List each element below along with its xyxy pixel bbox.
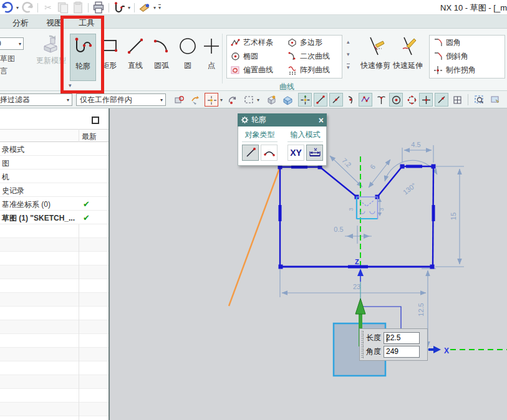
navigator-row[interactable]: 史记录 bbox=[0, 183, 109, 197]
x-direction-arrow[interactable] bbox=[433, 346, 441, 353]
marquee-select-icon[interactable] bbox=[242, 93, 256, 107]
snap-grid-icon[interactable] bbox=[450, 93, 464, 107]
paste-icon[interactable] bbox=[72, 1, 84, 14]
object-type-arc-button[interactable] bbox=[261, 145, 278, 161]
move-component-icon[interactable] bbox=[188, 93, 202, 107]
zoom-window-icon[interactable] bbox=[472, 93, 486, 107]
undo-dropdown-icon[interactable]: ▾ bbox=[16, 5, 19, 11]
gallery-expand-icon[interactable]: ▾ bbox=[347, 64, 350, 70]
snap-quadrant-icon[interactable] bbox=[405, 93, 418, 107]
assembly-constraints-icon[interactable] bbox=[172, 93, 186, 107]
snap-angle-combo[interactable]: 0 ▾ bbox=[0, 37, 24, 50]
conic-item[interactable]: 二次曲线 bbox=[284, 49, 342, 63]
navigator-row-sketch[interactable]: 草图 (1) "SKETCH_... ✔ bbox=[0, 211, 109, 224]
qat-customize-icon[interactable]: ▾ bbox=[158, 4, 161, 11]
conic-icon bbox=[287, 52, 297, 61]
input-mode-xy-button[interactable]: XY bbox=[287, 145, 304, 161]
xy-label: XY bbox=[290, 148, 302, 158]
snap-spline-point-icon[interactable] bbox=[359, 93, 372, 107]
chevron-down-icon: ▾ bbox=[64, 97, 72, 103]
ellipse-label: 椭圆 bbox=[243, 51, 258, 62]
quick-trim-icon bbox=[365, 36, 385, 57]
navigator-row[interactable]: 机 bbox=[0, 169, 109, 183]
circle-button[interactable]: 圆 bbox=[175, 34, 201, 81]
dim-text-bottom-width: 23 bbox=[353, 283, 360, 290]
make-corner-item[interactable]: 制作拐角 bbox=[430, 63, 505, 77]
selection-filter-dropdown[interactable]: 有选择过滤器 ▾ bbox=[0, 93, 72, 106]
chevron-down-icon[interactable]: ▾ bbox=[220, 97, 223, 103]
snap-intersection-icon[interactable] bbox=[374, 93, 388, 107]
scroll-up-icon[interactable]: ▴ bbox=[347, 39, 350, 45]
snap-arc-center-icon[interactable] bbox=[389, 93, 403, 107]
reference-line-orange[interactable] bbox=[229, 167, 280, 306]
quick-trim-button[interactable]: 快速修剪 bbox=[360, 34, 390, 81]
snap-midpoint-icon[interactable] bbox=[329, 93, 343, 107]
navigator-row-datum-csys[interactable]: 基准坐标系 (0) ✔ bbox=[0, 197, 109, 211]
fillet-item[interactable]: 圆角 bbox=[430, 36, 505, 49]
dim-text-right-height: 15 bbox=[450, 212, 457, 220]
navigator-empty-rows bbox=[0, 224, 109, 420]
orient-view-icon[interactable] bbox=[226, 93, 239, 107]
quick-extend-icon bbox=[398, 36, 418, 57]
angle-input[interactable] bbox=[384, 346, 420, 358]
point-button[interactable]: 点 bbox=[198, 34, 225, 81]
undo-icon[interactable] bbox=[1, 1, 14, 14]
dim-text-right-diagonal: 6 bbox=[369, 163, 377, 171]
snap-existing-point-icon[interactable] bbox=[419, 93, 433, 107]
ribbon-partial-text: 草图 bbox=[0, 54, 15, 64]
chamfer-item[interactable]: 倒斜角 bbox=[430, 49, 505, 63]
dim-text-notch-offset: 0.5 bbox=[334, 226, 343, 233]
tab-analysis[interactable]: 分析 bbox=[9, 17, 32, 29]
length-input[interactable] bbox=[384, 332, 420, 344]
arc-button[interactable]: 圆弧 bbox=[148, 34, 175, 81]
scroll-down-icon[interactable]: ▾ bbox=[347, 51, 350, 57]
graphics-canvas[interactable]: 4.5 7.2 6 130° 15 12.5 bbox=[110, 108, 507, 420]
length-row: 长度 bbox=[366, 331, 425, 345]
snap-endpoint-icon[interactable] bbox=[314, 93, 327, 107]
pattern-curve-item[interactable]: 阵列曲线 bbox=[284, 63, 342, 77]
render-style-icon[interactable] bbox=[264, 93, 278, 107]
profile-dialog-header[interactable]: 轮廓 × bbox=[238, 113, 327, 126]
snap-point-on-curve-icon[interactable] bbox=[345, 93, 359, 107]
object-type-line-button[interactable] bbox=[242, 145, 259, 161]
navigator-row[interactable]: 图 bbox=[0, 156, 109, 169]
drag-handle[interactable] bbox=[361, 331, 364, 358]
circle-label: 圆 bbox=[175, 60, 201, 71]
window-square-icon[interactable] bbox=[92, 117, 99, 124]
format-brush-icon[interactable] bbox=[138, 1, 151, 14]
chevron-down-icon[interactable]: ▾ bbox=[257, 97, 259, 103]
quick-extend-button[interactable]: 快速延伸 bbox=[393, 34, 423, 81]
brush-dropdown-icon[interactable]: ▾ bbox=[153, 5, 156, 11]
print-icon[interactable] bbox=[92, 1, 105, 14]
navigator-row-label: 草图 (1) "SKETCH_... bbox=[2, 213, 75, 224]
profile-dropdown-icon[interactable]: ▾ bbox=[128, 5, 130, 11]
check-icon: ✔ bbox=[83, 199, 90, 209]
snap-drag-icon[interactable] bbox=[298, 93, 312, 107]
redo-icon[interactable] bbox=[21, 1, 34, 14]
fillet-list-box: 圆角 倒斜角 制作拐角 bbox=[429, 35, 505, 79]
dim-text-angle: 130° bbox=[402, 181, 417, 196]
length-label: 长度 bbox=[366, 333, 384, 343]
line-button[interactable]: 直线 bbox=[122, 34, 148, 81]
ellipse-item[interactable]: 椭圆 bbox=[227, 49, 284, 63]
snap-point-toggle-icon[interactable] bbox=[205, 93, 218, 107]
cut-icon[interactable]: ✂ bbox=[42, 1, 54, 14]
close-icon[interactable]: × bbox=[319, 115, 324, 125]
dim-text-axis-offset: 12.5 bbox=[417, 303, 425, 316]
offset-curve-item[interactable]: 偏置曲线 bbox=[227, 63, 284, 77]
navigator-column-header[interactable]: 最新 bbox=[82, 131, 97, 142]
profile-small-icon[interactable] bbox=[113, 1, 125, 14]
pan-view-icon[interactable] bbox=[488, 93, 502, 107]
copy-icon[interactable] bbox=[57, 1, 69, 14]
arc-icon bbox=[152, 36, 171, 57]
studio-spline-item[interactable]: 艺术样条 bbox=[227, 36, 284, 49]
snap-point-on-line-icon[interactable] bbox=[435, 93, 448, 107]
make-corner-icon bbox=[433, 65, 443, 75]
navigator-row[interactable]: 录模式 bbox=[0, 142, 109, 156]
toolbar-separator bbox=[109, 3, 109, 12]
conic-label: 二次曲线 bbox=[300, 51, 330, 62]
work-plane-icon[interactable] bbox=[281, 93, 294, 107]
polygon-item[interactable]: 多边形 bbox=[284, 36, 342, 49]
input-mode-parameter-button[interactable] bbox=[306, 145, 323, 161]
selection-scope-dropdown[interactable]: 仅在工作部件内 ▾ bbox=[76, 93, 166, 106]
